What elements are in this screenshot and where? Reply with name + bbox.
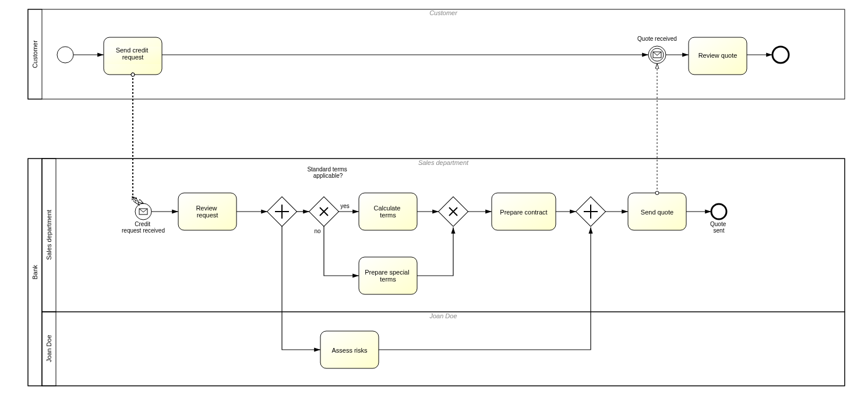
pool-bank: Bank Sales department Sales department J… [28,159,845,386]
pool-bank-title: Bank [31,265,38,280]
pool-customer: Customer Customer Send credit request re… [28,9,845,99]
event-credit-request-received [135,203,151,220]
task-review-request: Review request [178,193,237,230]
flow-par-split-to-assess [282,226,320,350]
gateway-exclusive-split-label: Standard terms applicable? [307,166,348,179]
flow-no-label: no [314,228,321,234]
svg-rect-13 [28,159,845,386]
event-quote-received-label: Quote received [637,36,677,42]
svg-text:Review quote: Review quote [698,52,738,59]
flow-yes-label: yes [340,203,350,209]
task-calculate-terms: Calculate terms [359,193,417,230]
end-event-customer [772,47,789,63]
task-prepare-contract: Prepare contract [492,193,556,230]
svg-text:Assess risks: Assess risks [331,347,368,354]
event-credit-request-received-label: Credit request received [122,221,165,234]
task-prepare-special-terms: Prepare special terms [359,257,417,294]
pool-customer-title: Customer [31,40,38,68]
gateway-exclusive-merge [439,197,468,227]
task-send-quote: Send quote [628,193,686,230]
flow-ex-split-no [324,226,359,276]
start-event-customer [57,47,73,63]
message-flow-credit-end [133,197,143,203]
svg-text:Prepare contract: Prepare contract [500,209,547,216]
task-assess-risks: Assess risks [320,331,379,368]
task-review-quote: Review quote [689,37,747,75]
lane-joan-header: Joan Doe [429,312,457,319]
svg-rect-17 [42,312,845,386]
svg-text:Send quote: Send quote [641,209,673,216]
end-event-quote-sent-label: Quote sent [710,221,728,234]
lane-sales-header: Sales department [418,159,469,166]
lane-joan-title: Joan Doe [45,335,52,362]
event-quote-received [648,46,666,64]
gateway-exclusive-split [309,197,339,227]
msgflow-send-credit-to-received [133,75,137,198]
end-event-quote-sent [711,204,726,219]
gateway-parallel-join [576,197,606,227]
lane-sales-title: Sales department [45,210,52,260]
svg-text:Review
      request: Review request [196,205,218,219]
gateway-parallel-split [267,197,297,227]
flow-special-to-ex-merge [417,227,453,276]
svg-rect-15 [42,159,845,312]
message-flow-1 [133,75,139,205]
bpmn-diagram: Customer Customer Send credit request re… [0,0,868,401]
pool-customer-header: Customer [429,9,458,16]
